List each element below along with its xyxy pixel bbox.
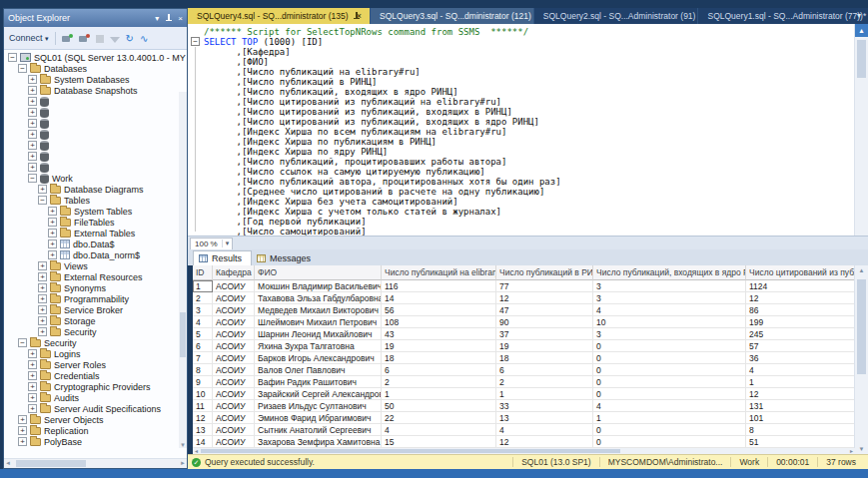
tree-item[interactable]: +dbo.Data_norm$ bbox=[4, 249, 187, 260]
grid-cell[interactable]: 0 bbox=[593, 424, 746, 436]
grid-cell[interactable]: 1 bbox=[193, 280, 213, 292]
column-header[interactable]: Число публикаций на elibrary#ru bbox=[382, 265, 496, 280]
tree-item[interactable]: +System Databases bbox=[4, 74, 187, 85]
grid-cell[interactable]: 4 bbox=[746, 364, 855, 376]
grid-cell[interactable]: 6 bbox=[193, 340, 213, 352]
expand-icon[interactable]: + bbox=[18, 437, 27, 446]
grid-cell[interactable]: 56 bbox=[382, 304, 496, 316]
expand-icon[interactable]: + bbox=[28, 86, 37, 95]
document-tab[interactable]: SQLQuery1.sql - SQ...Administrator (77))… bbox=[697, 8, 868, 24]
grid-cell[interactable]: 13 bbox=[496, 412, 593, 424]
column-header[interactable]: Кафедра bbox=[213, 265, 255, 280]
disconnect-icon[interactable] bbox=[79, 33, 90, 44]
grid-cell[interactable]: 1124 bbox=[746, 280, 855, 292]
grid-cell[interactable]: 14 bbox=[382, 292, 496, 304]
scrollbar-thumb[interactable] bbox=[857, 40, 866, 78]
grid-cell[interactable]: АСОИУ bbox=[213, 376, 255, 388]
grid-cell[interactable]: АСОИУ bbox=[213, 400, 255, 412]
tree-item[interactable]: +Security bbox=[4, 326, 187, 337]
collapse-icon[interactable]: − bbox=[18, 338, 27, 347]
query-editor[interactable]: − /****** Script for SelectTopNRows comm… bbox=[188, 24, 868, 236]
grid-cell[interactable]: АСОИУ bbox=[213, 352, 255, 364]
results-tab-messages[interactable]: Messages bbox=[252, 251, 320, 265]
grid-cell[interactable]: АСОИУ bbox=[213, 340, 255, 352]
tree-item[interactable]: + bbox=[4, 96, 187, 107]
tree-item[interactable]: −Tables bbox=[4, 195, 187, 206]
scroll-up-icon[interactable]: ▲ bbox=[855, 24, 868, 37]
close-icon[interactable]: × bbox=[178, 14, 183, 23]
expand-icon[interactable]: + bbox=[28, 141, 37, 150]
grid-cell[interactable]: 3 bbox=[593, 292, 746, 304]
grid-cell[interactable]: Валов Олег Павлович bbox=[255, 364, 382, 376]
expand-icon[interactable]: + bbox=[28, 108, 37, 117]
tree-item[interactable]: +PolyBase bbox=[4, 436, 187, 447]
connect-server-icon[interactable] bbox=[62, 33, 73, 44]
window-position-icon[interactable]: ▾ bbox=[155, 14, 159, 23]
expand-icon[interactable]: + bbox=[28, 97, 37, 106]
grid-cell[interactable]: 1 bbox=[496, 388, 593, 400]
column-header[interactable]: ФИО bbox=[255, 265, 382, 280]
tree-item[interactable]: +Audits bbox=[4, 392, 187, 403]
scrollbar-thumb[interactable] bbox=[857, 279, 866, 374]
grid-cell[interactable]: 4 bbox=[496, 424, 593, 436]
grid-cell[interactable]: 10 bbox=[593, 316, 746, 328]
expand-icon[interactable]: + bbox=[48, 239, 57, 248]
grid-cell[interactable]: 86 bbox=[746, 304, 855, 316]
grid-cell[interactable]: АСОИУ bbox=[213, 304, 255, 316]
tree-item[interactable]: +External Tables bbox=[4, 228, 187, 239]
tree-item[interactable]: +Server Objects bbox=[4, 414, 187, 425]
scroll-left-icon[interactable]: ◄ bbox=[5, 460, 11, 466]
grid-cell[interactable]: Барков Игорь Александрович bbox=[255, 352, 382, 364]
grid-cell[interactable]: 47 bbox=[496, 304, 593, 316]
expand-icon[interactable]: + bbox=[48, 229, 57, 238]
grid-cell[interactable]: АСОИУ bbox=[213, 424, 255, 436]
filter-icon[interactable] bbox=[110, 37, 120, 43]
grid-cell[interactable]: Яхина Зухра Талгатовна bbox=[255, 340, 382, 352]
grid-cell[interactable]: 4 bbox=[193, 316, 213, 328]
document-tab[interactable]: SQLQuery2.sql - SQ...Administrator (91) bbox=[533, 8, 698, 24]
expand-icon[interactable]: + bbox=[28, 130, 37, 139]
document-tab[interactable]: SQLQuery3.sql - SQ...dministrator (121) bbox=[370, 8, 533, 24]
grid-cell[interactable]: 4 bbox=[593, 304, 746, 316]
tree-item[interactable]: −Databases bbox=[4, 63, 187, 74]
grid-cell[interactable]: 57 bbox=[746, 340, 855, 352]
grid-cell[interactable]: 108 bbox=[382, 316, 496, 328]
grid-cell[interactable]: 8 bbox=[193, 364, 213, 376]
grid-cell[interactable]: 15 bbox=[382, 436, 496, 448]
expand-icon[interactable]: + bbox=[28, 75, 37, 84]
tree-item[interactable]: +Synonyms bbox=[4, 282, 187, 293]
editor-vertical-scrollbar[interactable]: ▲ bbox=[854, 24, 868, 236]
grid-cell[interactable]: Вафин Радик Рашитович bbox=[255, 376, 382, 388]
tree-item[interactable]: + bbox=[4, 107, 187, 118]
tree-vertical-scrollbar[interactable]: ▼ bbox=[179, 92, 187, 448]
grid-cell[interactable]: 116 bbox=[382, 280, 496, 292]
tree-item[interactable]: + bbox=[4, 162, 187, 173]
tree-item[interactable]: + bbox=[4, 151, 187, 162]
tree-item[interactable]: +Programmability bbox=[4, 293, 187, 304]
collapse-icon[interactable]: − bbox=[18, 64, 27, 73]
tree-item[interactable]: +FileTables bbox=[4, 217, 187, 228]
grid-cell[interactable]: АСОИУ bbox=[213, 364, 255, 376]
expand-icon[interactable]: + bbox=[28, 371, 37, 380]
tree-item[interactable]: +System Tables bbox=[4, 206, 187, 217]
grid-cell[interactable]: Зарайский Сергей Александрович bbox=[255, 388, 382, 400]
column-header[interactable]: Число цитирований из публика bbox=[746, 265, 855, 280]
grid-cell[interactable]: 2 bbox=[496, 376, 593, 388]
grid-cell[interactable]: Шарнин Леонид Михайлович bbox=[255, 328, 382, 340]
grid-cell[interactable]: АСОИУ bbox=[213, 328, 255, 340]
expand-icon[interactable]: + bbox=[28, 152, 37, 161]
collapse-icon[interactable]: − bbox=[38, 196, 47, 205]
grid-cell[interactable]: Эминов Фарид Ибрагимович bbox=[255, 412, 382, 424]
document-tab[interactable]: SQLQuery4.sql - SQ...dministrator (135)× bbox=[188, 8, 370, 24]
stop-icon[interactable] bbox=[96, 35, 104, 43]
expand-icon[interactable]: + bbox=[38, 261, 47, 270]
column-header[interactable]: ID bbox=[193, 265, 213, 280]
grid-cell[interactable]: 77 bbox=[496, 280, 593, 292]
grid-cell[interactable]: 11 bbox=[193, 400, 213, 412]
grid-cell[interactable]: 18 bbox=[382, 352, 496, 364]
grid-cell[interactable]: 5 bbox=[193, 328, 213, 340]
expand-icon[interactable]: + bbox=[38, 327, 47, 336]
tree-item[interactable]: +dbo.Data$ bbox=[4, 239, 187, 249]
grid-cell[interactable]: 1 bbox=[382, 388, 496, 400]
tree-item[interactable]: + bbox=[4, 140, 187, 151]
